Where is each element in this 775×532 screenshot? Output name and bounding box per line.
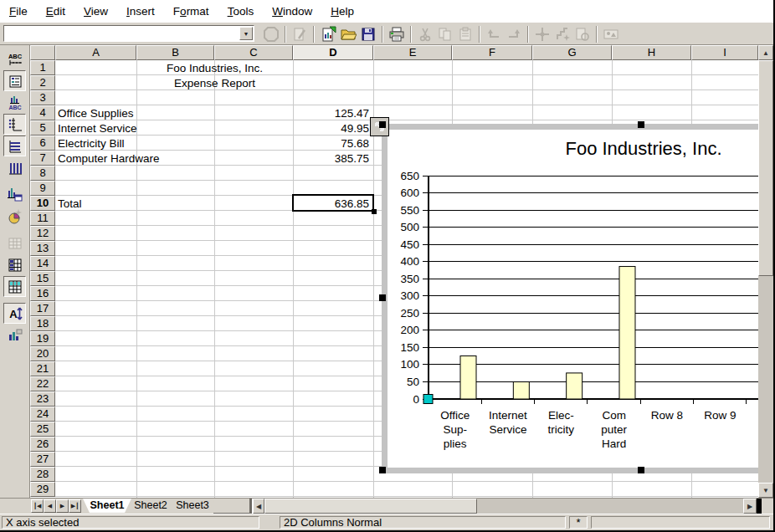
vertical-scrollbar[interactable]: ▲ ▼ [758,45,773,498]
scroll-left-button[interactable]: ◀ [253,499,264,514]
url-combobox[interactable]: ▼ [3,25,254,42]
cell-A10[interactable]: Total [58,197,82,210]
row-header-17[interactable]: 17 [30,301,55,316]
chart-autoformat-icon[interactable] [3,206,26,227]
cell-B1[interactable]: Foo Industries, Inc. [136,62,293,74]
cell-cursor-D10[interactable] [292,194,374,212]
row-header-27[interactable]: 27 [30,452,55,467]
column-header-C[interactable]: C [214,45,293,60]
chart-handle-top-middle[interactable] [638,121,644,128]
menu-edit[interactable]: Edit [37,2,74,21]
fill-handle[interactable] [372,209,377,214]
save-icon[interactable] [358,24,378,44]
row-header-25[interactable]: 25 [30,422,55,437]
new-document-icon[interactable] [318,24,338,44]
url-input[interactable] [5,27,241,42]
row-header-11[interactable]: 11 [30,211,55,226]
column-header-B[interactable]: B [136,45,214,60]
row-header-21[interactable]: 21 [30,361,55,376]
cell-A6[interactable]: Electricity Bill [58,137,125,150]
row-header-22[interactable]: 22 [30,376,55,391]
row-header-14[interactable]: 14 [30,256,55,271]
chart-type-icon[interactable] [3,184,26,205]
cell-D7[interactable]: 385.75 [295,152,369,165]
row-header-28[interactable]: 28 [30,467,55,482]
menu-format[interactable]: Format [164,2,218,21]
row-header-1[interactable]: 1 [30,60,55,75]
horizontal-grid-icon[interactable] [3,136,26,156]
scroll-down-button[interactable]: ▼ [758,483,773,498]
row-header-20[interactable]: 20 [30,346,55,361]
column-header-H[interactable]: H [612,45,691,60]
chart-plot[interactable]: 050100150200250300350400450500550600650O… [388,130,769,468]
column-header-F[interactable]: F [452,45,532,60]
row-header-13[interactable]: 13 [30,241,55,256]
data-in-rows-icon[interactable] [3,254,26,275]
sheet-tab-sheet3[interactable]: Sheet3 [170,499,215,513]
print-icon[interactable] [387,24,407,44]
sheet-tab-sheet1[interactable]: Sheet1 [83,499,131,513]
menu-file[interactable]: File [0,2,37,21]
column-header-A[interactable]: A [55,45,136,60]
data-in-columns-icon[interactable] [3,276,26,297]
menu-window[interactable]: Window [263,2,321,21]
open-icon[interactable] [338,24,358,44]
row-header-18[interactable]: 18 [30,316,55,331]
cell-D6[interactable]: 75.68 [295,137,369,150]
row-header-19[interactable]: 19 [30,331,55,346]
row-header-15[interactable]: 15 [30,271,55,286]
row-header-8[interactable]: 8 [30,166,55,181]
row-header-23[interactable]: 23 [30,391,55,407]
chart-handle-left-middle[interactable] [379,294,386,301]
next-sheet-button[interactable]: ▶ [56,499,69,513]
chart-handle-bottom-middle[interactable] [638,467,644,473]
menu-help[interactable]: Help [321,2,363,21]
axis-description-icon[interactable] [3,114,26,135]
row-header-4[interactable]: 4 [30,105,55,120]
axis-title-icon[interactable]: ABC [3,92,26,113]
cell-A5[interactable]: Internet Service [58,122,137,135]
cell-D5[interactable]: 49.95 [295,122,369,135]
chart-legend-icon[interactable] [3,70,26,91]
horizontal-scroll-thumb[interactable] [264,499,477,514]
reorganize-chart-icon[interactable] [3,325,26,345]
select-all-corner[interactable] [30,45,55,60]
column-header-I[interactable]: I [691,45,758,60]
scroll-right-button[interactable]: ▶ [743,499,757,514]
scale-text-icon[interactable]: A [3,303,26,324]
cell-D4[interactable]: 125.47 [295,107,369,120]
previous-sheet-button[interactable]: ◀ [44,499,56,513]
row-header-16[interactable]: 16 [30,286,55,301]
column-header-D[interactable]: D [293,45,373,60]
row-header-2[interactable]: 2 [30,75,55,90]
chart-canvas[interactable]: 050100150200250300350400450500550600650O… [388,130,769,468]
last-sheet-button[interactable]: ▶┃ [69,499,81,513]
menu-view[interactable]: View [74,2,117,21]
chart-handle-top-left[interactable] [379,121,386,128]
sheet-tab-sheet2[interactable]: Sheet2 [128,499,173,513]
row-header-6[interactable]: 6 [30,136,55,151]
row-header-9[interactable]: 9 [30,181,55,196]
column-header-G[interactable]: G [532,45,612,60]
scroll-up-button[interactable]: ▲ [758,45,773,60]
row-header-5[interactable]: 5 [30,120,55,136]
cell-A4[interactable]: Office Supplies [58,107,134,120]
cell-A7[interactable]: Computer Hardware [58,152,160,165]
menu-insert[interactable]: Insert [117,2,164,21]
first-sheet-button[interactable]: ┃◀ [31,499,44,513]
vertical-scroll-thumb[interactable] [758,60,773,276]
column-header-E[interactable]: E [373,45,452,60]
row-header-12[interactable]: 12 [30,226,55,241]
combobox-dropdown-button[interactable]: ▼ [239,27,253,40]
cell-B2[interactable]: Expense Report [136,77,293,90]
menu-tools[interactable]: Tools [218,2,264,21]
row-header-10[interactable]: 10 [30,196,55,211]
chart-title-icon[interactable]: ABC [3,49,26,69]
chart-handle-bottom-left[interactable] [379,467,386,473]
horizontal-scrollbar[interactable]: ◀ ▶ [253,499,757,514]
embedded-chart-object[interactable]: 050100150200250300350400450500550600650O… [382,124,775,473]
row-header-3[interactable]: 3 [30,90,55,105]
row-header-26[interactable]: 26 [30,437,55,452]
vertical-grid-icon[interactable] [3,157,26,178]
row-header-29[interactable]: 29 [30,482,55,497]
